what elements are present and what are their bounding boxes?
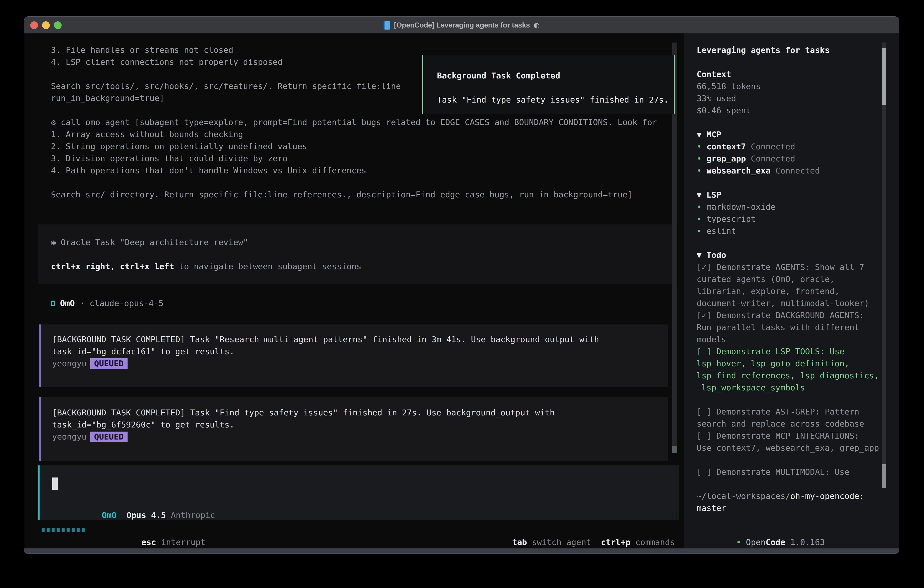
close-button[interactable] bbox=[30, 21, 38, 29]
switch-agent-label: switch agent bbox=[527, 537, 591, 547]
mcp-item: • grep_app Connected bbox=[696, 153, 879, 165]
agent-session-header: OmO · claude-opus-4-5 bbox=[51, 297, 163, 309]
commands-label: commands bbox=[630, 537, 675, 547]
lsp-name: typescript bbox=[706, 214, 756, 223]
ctrlp-key-label: ctrl+p bbox=[601, 537, 630, 547]
agent-name: OmO bbox=[60, 297, 75, 309]
mcp-name: websearch_exa bbox=[706, 166, 771, 175]
active-agent-label: OmO bbox=[102, 510, 117, 520]
toast-body: Task "Find type safety issues" finished … bbox=[437, 94, 674, 106]
status-dot-icon: • bbox=[696, 142, 702, 151]
sidebar-scrollbar-thumb-lower[interactable] bbox=[882, 464, 886, 488]
status-dot-icon: • bbox=[736, 537, 741, 547]
spacer bbox=[702, 214, 707, 223]
status-dot-icon: • bbox=[696, 226, 702, 236]
spacer bbox=[696, 478, 879, 490]
tab-key-label: tab bbox=[512, 537, 527, 547]
chat-line: 2. String operations on potentially unde… bbox=[51, 140, 657, 152]
esc-key-label: esc bbox=[142, 537, 156, 547]
zoom-button[interactable] bbox=[54, 21, 62, 29]
todo-item-active: [ ] Demonstrate LSP TOOLS: Use bbox=[696, 345, 879, 357]
sidebar-content: Leveraging agents for tasks Context 66,5… bbox=[696, 44, 879, 514]
chat-line: 3. File handles or streams not closed bbox=[51, 44, 657, 56]
notebook-icon bbox=[384, 21, 390, 30]
spacer bbox=[166, 510, 171, 520]
todo-item-done: document-writer, multimodal-looker) bbox=[696, 297, 879, 309]
context-tokens: 66,518 tokens bbox=[696, 80, 879, 92]
minimize-button[interactable] bbox=[42, 21, 50, 29]
spacer bbox=[117, 510, 126, 520]
chat-scrollbar-thumb[interactable] bbox=[672, 446, 677, 453]
session-title: Leveraging agents for tasks bbox=[696, 44, 879, 56]
window-title: [OpenCode] Leveraging agents for tasks ◐ bbox=[384, 21, 540, 30]
spacer bbox=[591, 537, 601, 547]
hint-text: to navigate between subagent sessions bbox=[174, 262, 361, 271]
app-name-open: Open bbox=[746, 537, 766, 547]
separator-dot: · bbox=[80, 297, 85, 309]
spacer bbox=[696, 56, 879, 68]
message-line: task_id="bg_6f59260c" to get results. bbox=[52, 419, 668, 431]
message-meta-row: yeongyu QUEUED bbox=[52, 357, 668, 370]
todo-section-heading[interactable]: ▼ Todo bbox=[696, 249, 879, 261]
app-version: 1.0.163 bbox=[785, 537, 825, 547]
message-line: [BACKGROUND TASK COMPLETED] Task "Find t… bbox=[52, 406, 668, 419]
separator-dot bbox=[75, 297, 80, 309]
notification-toast: Background Task Completed Task "Find typ… bbox=[422, 55, 675, 114]
todo-item-pending: [ ] Demonstrate MULTIMODAL: Use bbox=[696, 466, 879, 478]
background-task-message: [BACKGROUND TASK COMPLETED] Task "Find t… bbox=[39, 397, 668, 461]
spacer bbox=[696, 177, 879, 189]
context-used: 33% used bbox=[696, 92, 879, 104]
workspace-path: ~/local-workspaces/oh-my-opencode: bbox=[696, 490, 879, 502]
sidebar-scrollbar[interactable] bbox=[882, 43, 886, 488]
todo-item-active: lsp_hover, lsp_goto_definition, bbox=[696, 357, 879, 370]
spacer bbox=[696, 393, 879, 406]
spacer bbox=[84, 297, 89, 309]
chat-line-tool-call: ⚙ call_omo_agent [subagent_type=explore,… bbox=[51, 116, 657, 128]
lsp-name: eslint bbox=[706, 226, 736, 236]
context-heading: Context bbox=[696, 68, 879, 80]
lsp-name: markdown-oxide bbox=[706, 202, 775, 211]
oracle-task-hint: ctrl+x right, ctrl+x left to navigate be… bbox=[51, 260, 675, 273]
window-bottom-edge bbox=[24, 548, 899, 553]
toast-title: Background Task Completed bbox=[437, 69, 674, 82]
chat-line bbox=[51, 177, 657, 188]
status-dot-icon: • bbox=[696, 166, 702, 175]
mcp-item: • websearch_exa Connected bbox=[696, 165, 879, 177]
status-dot-icon: • bbox=[696, 202, 702, 211]
spacer bbox=[741, 537, 746, 547]
todo-item-done: models bbox=[696, 333, 879, 345]
lsp-item: • typescript bbox=[696, 213, 879, 225]
todo-item-pending: Use context7, websearch_exa, grep_app bbox=[696, 442, 879, 454]
todo-item-active: lsp_find_references, lsp_diagnostics, bbox=[696, 370, 879, 382]
chat-pane: 3. File handles or streams not closed 4.… bbox=[24, 33, 684, 549]
timer-circle-icon: ◐ bbox=[534, 21, 540, 29]
spacer bbox=[702, 226, 707, 236]
spacer bbox=[702, 166, 707, 175]
window-title-text: [OpenCode] Leveraging agents for tasks bbox=[394, 21, 530, 29]
chat-line: 1. Array access without bounds checking bbox=[51, 128, 657, 140]
lsp-section-heading[interactable]: ▼ LSP bbox=[696, 189, 879, 201]
oracle-task-title: ◉ Oracle Task "Deep architecture review" bbox=[51, 236, 675, 248]
message-line: task_id="bg_dcfac161" to get results. bbox=[52, 345, 668, 357]
todo-item-active: lsp_workspace_symbols bbox=[696, 382, 879, 393]
message-author: yeongyu bbox=[52, 357, 87, 370]
spacer bbox=[51, 248, 675, 260]
context-spent: $0.46 spent bbox=[696, 104, 879, 116]
interrupt-label: interrupt bbox=[156, 537, 206, 547]
agent-square-icon bbox=[51, 301, 55, 306]
todo-item-pending: [ ] Demonstrate MCP INTEGRATIONS: bbox=[696, 430, 879, 442]
keyboard-shortcut: ctrl+x right, ctrl+x left bbox=[51, 262, 174, 271]
spacer bbox=[696, 454, 879, 466]
window-titlebar[interactable]: [OpenCode] Leveraging agents for tasks ◐ bbox=[24, 17, 899, 33]
traffic-lights bbox=[30, 17, 62, 33]
sidebar-scrollbar-thumb[interactable] bbox=[882, 48, 886, 105]
mcp-status: Connected bbox=[771, 166, 820, 175]
workspace-path-prefix: ~/local-workspaces/ bbox=[696, 491, 790, 501]
chat-line: 4. Path operations that don't handle Win… bbox=[51, 164, 657, 177]
prompt-input[interactable]: OmO Opus 4.5 Anthropic bbox=[38, 466, 679, 520]
mcp-section-heading[interactable]: ▼ MCP bbox=[696, 129, 879, 140]
todo-item-done: Run parallel tasks with different bbox=[696, 321, 879, 333]
spacer bbox=[437, 82, 674, 94]
todo-item-done: curated agents (OmO, oracle, bbox=[696, 273, 879, 285]
status-dot-icon: • bbox=[696, 214, 702, 223]
